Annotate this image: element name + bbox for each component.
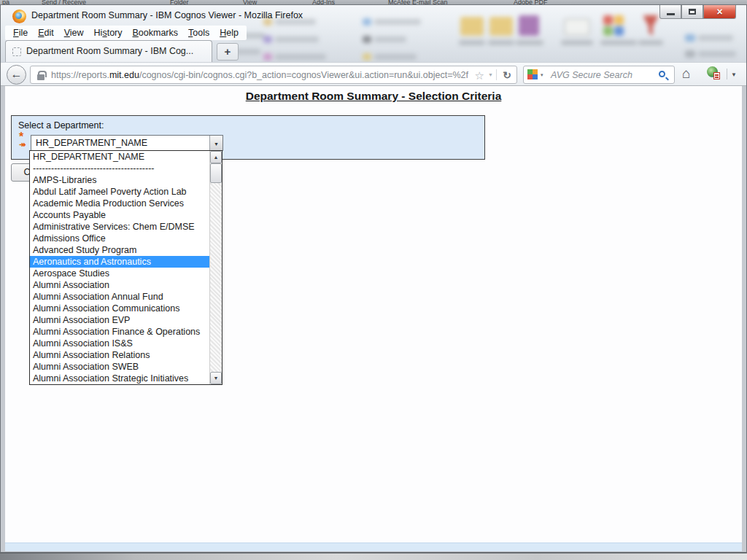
prompt-label: Select a Department: [18, 120, 104, 131]
menu-item-history[interactable]: History [89, 26, 128, 39]
menu-bar: FileEditViewHistoryBookmarksToolsHelp [5, 26, 247, 40]
dropdown-option[interactable]: Alumni Association Communications [30, 303, 209, 314]
restore-button[interactable] [681, 5, 703, 19]
pdf-doc-icon [713, 72, 720, 79]
viewer-footer-bar [5, 542, 742, 551]
scroll-down-button[interactable]: ▼ [210, 372, 222, 384]
window-chrome: Department Room Summary - IBM Cognos Vie… [1, 5, 746, 62]
dropdown-option[interactable]: Alumni Association EVP [30, 314, 209, 326]
dropdown-option[interactable]: HR_DEPARTMENT_NAME [30, 151, 209, 163]
search-placeholder[interactable]: AVG Secure Search [551, 70, 632, 80]
minimize-button[interactable] [659, 5, 681, 19]
dropdown-option[interactable]: Admissions Office [30, 233, 209, 244]
dropdown-option[interactable]: Aeronautics and Astronautics [30, 256, 209, 268]
desktop-bottom-edge [0, 553, 747, 560]
scroll-up-button[interactable]: ▲ [210, 151, 222, 163]
window-title: Department Room Summary - IBM Cognos Vie… [31, 10, 303, 20]
url-dropdown-icon[interactable]: ▼ [488, 72, 493, 77]
dropdown-option[interactable]: Alumni Association Strategic Initiatives [30, 373, 209, 384]
navigation-toolbar: ← https://reports.mit.edu/cognos/cgi-bin… [1, 62, 746, 86]
dropdown-option[interactable]: AMPS-Libraries [30, 174, 209, 186]
close-button[interactable]: × [703, 5, 736, 19]
url-text[interactable]: https://reports.mit.edu/cognos/cgi-bin/c… [51, 70, 470, 80]
url-path: /cognos/cgi-bin/cognos.cgi?b_action=cogn… [139, 70, 468, 80]
new-tab-button[interactable]: + [217, 43, 239, 61]
reload-icon[interactable]: ↻ [503, 69, 511, 81]
dropdown-option[interactable]: Alumni Association Finance & Operations [30, 326, 209, 338]
dropdown-option[interactable]: Abdul Latif Jameel Poverty Action Lab [30, 186, 209, 198]
avg-logo-icon[interactable] [527, 69, 538, 79]
active-tab[interactable]: Department Room Summary - IBM Cog... [5, 40, 212, 62]
page-title: Department Room Summary - Selection Crit… [5, 90, 742, 103]
scrollbar-thumb[interactable] [210, 163, 222, 183]
menu-item-bookmarks[interactable]: Bookmarks [128, 26, 184, 39]
lock-icon [37, 74, 44, 80]
required-arrow-icon: ↠ [19, 141, 29, 148]
select-dropdown-button[interactable]: ▼ [209, 136, 222, 150]
menu-item-file[interactable]: File [8, 26, 33, 39]
url-domain: mit.edu [109, 70, 139, 80]
menu-item-edit[interactable]: Edit [33, 26, 59, 39]
dropdown-option[interactable]: Accounts Payable [30, 209, 209, 221]
title-bar: Department Room Summary - IBM Cognos Vie… [1, 5, 746, 26]
minimize-icon [667, 13, 675, 15]
toolbar-overflow-caret-icon[interactable]: ▼ [731, 71, 737, 78]
url-divider [496, 69, 497, 80]
back-button[interactable]: ← [7, 65, 26, 85]
department-select[interactable]: HR_DEPARTMENT_NAME ▼ [31, 135, 223, 151]
dropdown-option[interactable]: Advanced Study Program [30, 244, 209, 256]
search-engine-caret-icon[interactable]: ▾ [541, 72, 543, 78]
home-icon[interactable]: ⌂ [682, 66, 690, 82]
menu-item-tools[interactable]: Tools [183, 26, 214, 39]
dropdown-option[interactable]: Alumni Association SWEB [30, 361, 209, 373]
firefox-window: Department Room Summary - IBM Cognos Vie… [0, 4, 747, 553]
tab-label: Department Room Summary - IBM Cog... [26, 46, 206, 56]
dropdown-option[interactable]: ---------------------------------------- [30, 163, 209, 174]
tab-bar: Department Room Summary - IBM Cog... + [1, 40, 746, 62]
dropdown-option[interactable]: Administrative Services: Chem E/DMSE [30, 221, 209, 233]
menu-item-help[interactable]: Help [214, 26, 244, 39]
window-controls: × [659, 5, 736, 19]
dropdown-option[interactable]: Alumni Association Annual Fund [30, 291, 209, 303]
dropdown-option[interactable]: Alumni Association IS&S [30, 338, 209, 349]
required-field-marker: * ↠ [19, 133, 29, 148]
department-listbox-items: HR_DEPARTMENT_NAME----------------------… [30, 151, 209, 384]
search-icon[interactable] [659, 71, 665, 77]
dropdown-option[interactable]: Alumni Association [30, 279, 209, 291]
restore-icon [689, 9, 696, 15]
department-dropdown-list[interactable]: HR_DEPARTMENT_NAME----------------------… [29, 150, 222, 385]
favicon-placeholder-icon [12, 47, 21, 56]
search-box[interactable]: ▾ AVG Secure Search [523, 66, 675, 84]
firefox-icon [12, 9, 26, 23]
dropdown-option[interactable]: Aerospace Studies [30, 268, 209, 279]
select-arrow-icon: ▼ [214, 141, 219, 147]
menu-item-view[interactable]: View [59, 26, 89, 39]
close-icon: × [704, 5, 735, 18]
listbox-scrollbar[interactable]: ▲ ▼ [209, 151, 222, 384]
dropdown-option[interactable]: Academic Media Production Services [30, 198, 209, 209]
dropdown-option[interactable]: Alumni Association Relations [30, 349, 209, 361]
toolbar-separator [727, 69, 727, 79]
browser-content: Department Room Summary - Selection Crit… [5, 86, 742, 542]
department-select-value: HR_DEPARTMENT_NAME [36, 138, 147, 148]
url-bar[interactable]: https://reports.mit.edu/cognos/cgi-bin/c… [30, 66, 517, 84]
web-to-pdf-addon-icon[interactable] [707, 66, 720, 79]
url-scheme: https://reports. [51, 70, 109, 80]
bookmark-star-icon[interactable]: ☆ [475, 69, 484, 82]
